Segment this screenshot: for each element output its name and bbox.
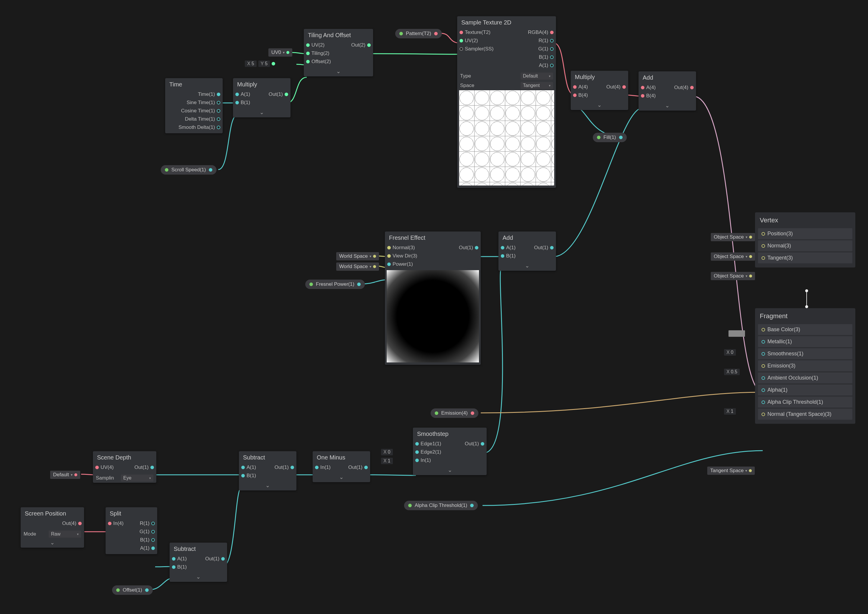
port-out-costime[interactable]: Cosine Time(1) bbox=[181, 108, 220, 114]
port-out-rgba[interactable]: RGBA(4) bbox=[528, 29, 553, 36]
port-out-a[interactable]: A(1) bbox=[140, 545, 155, 551]
select-type[interactable]: Default▾ bbox=[521, 73, 553, 80]
chevron-down-icon[interactable]: ⌄ bbox=[413, 466, 487, 475]
node-fresnel[interactable]: Fresnel Effect Normal(3) View Dir(3) Pow… bbox=[385, 231, 481, 365]
port-in-offset[interactable]: Offset(2) bbox=[306, 59, 331, 65]
port-out[interactable]: Out(1) bbox=[274, 465, 294, 470]
port-in-b[interactable]: B(4) bbox=[573, 92, 588, 98]
node-add-2[interactable]: Add A(1) B(1) Out(1) ⌄ bbox=[498, 231, 556, 271]
port-out-b[interactable]: B(1) bbox=[539, 54, 553, 60]
port-out-r[interactable]: R(1) bbox=[140, 521, 155, 526]
port-out[interactable]: Out(4) bbox=[606, 84, 626, 90]
fragment-emission[interactable]: Emission(3) bbox=[758, 360, 852, 371]
prop-worldspace-normal[interactable]: World Space ▾ bbox=[336, 252, 379, 260]
field-ao[interactable]: X1 bbox=[724, 408, 736, 415]
port-out-sinetime[interactable]: Sine Time(1) bbox=[187, 100, 220, 105]
field-tiling-x[interactable]: X5 bbox=[245, 60, 257, 67]
node-smoothstep[interactable]: Smoothstep Edge1(1) Edge2(1) In(1) Out(1… bbox=[413, 428, 487, 475]
node-sample-texture[interactable]: Sample Texture 2D Texture(T2) UV(2) Samp… bbox=[457, 16, 556, 188]
port-in-normal[interactable]: Normal(3) bbox=[387, 245, 415, 251]
port-in[interactable]: In(4) bbox=[108, 521, 124, 526]
node-multiply-2[interactable]: Multiply A(4) B(4) Out(4) ⌄ bbox=[571, 71, 628, 110]
port-in-tiling[interactable]: Tiling(2) bbox=[306, 50, 329, 56]
port-out-deltatime[interactable]: Delta Time(1) bbox=[185, 116, 220, 122]
port-out[interactable]: Out(1) bbox=[135, 465, 154, 470]
fragment-metallic[interactable]: Metallic(1) bbox=[758, 336, 852, 347]
port-out[interactable]: Out(4) bbox=[62, 521, 82, 526]
node-subtract-1[interactable]: Subtract A(1) B(1) Out(1) ⌄ bbox=[239, 451, 296, 490]
chip-emission[interactable]: Emission(4) bbox=[431, 408, 478, 418]
field-edge2[interactable]: X1 bbox=[381, 458, 393, 464]
fragment-alphaclip[interactable]: Alpha Clip Threshold(1) bbox=[758, 397, 852, 408]
vertex-tangent[interactable]: Tangent(3) bbox=[758, 253, 852, 264]
port-in-edge1[interactable]: Edge1(1) bbox=[415, 441, 441, 447]
port-in-a[interactable]: A(4) bbox=[641, 85, 656, 90]
port-in-b[interactable]: B(1) bbox=[501, 253, 516, 259]
chevron-down-icon[interactable]: ⌄ bbox=[170, 573, 227, 582]
port-in-a[interactable]: A(1) bbox=[241, 465, 256, 470]
port-in-b[interactable]: B(1) bbox=[172, 564, 187, 570]
select-mode[interactable]: Raw▾ bbox=[49, 530, 81, 538]
port-in-a[interactable]: A(1) bbox=[172, 556, 187, 562]
chevron-down-icon[interactable]: ⌄ bbox=[239, 482, 296, 490]
vertex-normal[interactable]: Normal(3) bbox=[758, 240, 852, 251]
field-smoothness[interactable]: X0.5 bbox=[724, 369, 740, 375]
port-out[interactable]: Out(1) bbox=[348, 465, 368, 470]
select-space[interactable]: Tangent▾ bbox=[521, 82, 553, 89]
chip-scroll-speed[interactable]: Scroll Speed(1) bbox=[161, 165, 217, 175]
port-in-b[interactable]: B(1) bbox=[236, 100, 250, 105]
port-in-sampler[interactable]: Sampler(SS) bbox=[459, 46, 493, 52]
chip-fresnel-power[interactable]: Fresnel Power(1) bbox=[305, 279, 365, 289]
node-one-minus[interactable]: One Minus In(1) Out(1) ⌄ bbox=[313, 451, 370, 482]
port-out-a[interactable]: A(1) bbox=[539, 62, 553, 68]
chevron-down-icon[interactable]: ⌄ bbox=[571, 101, 628, 110]
node-subtract-2[interactable]: Subtract A(1) B(1) Out(1) ⌄ bbox=[170, 543, 227, 582]
fragment-ao[interactable]: Ambient Occlusion(1) bbox=[758, 372, 852, 383]
port-in-uv[interactable]: UV(4) bbox=[95, 465, 113, 470]
port-out[interactable]: Out(1) bbox=[269, 91, 288, 97]
port-out-time[interactable]: Time(1) bbox=[198, 91, 220, 97]
select-sampling[interactable]: Eye▾ bbox=[121, 474, 153, 482]
port-in-b[interactable]: B(1) bbox=[241, 473, 256, 479]
node-time[interactable]: Time Time(1) Sine Time(1) Cosine Time(1)… bbox=[165, 78, 223, 133]
port-out[interactable]: Out(4) bbox=[674, 85, 694, 90]
port-out[interactable]: Out(1) bbox=[465, 441, 484, 447]
port-in-edge2[interactable]: Edge2(1) bbox=[415, 449, 441, 455]
port-out[interactable]: Out(2) bbox=[351, 42, 371, 48]
port-in-uv[interactable]: UV(2) bbox=[459, 38, 478, 43]
prop-default-uv[interactable]: Default ▾ bbox=[50, 471, 80, 479]
chevron-down-icon[interactable]: ⌄ bbox=[21, 539, 84, 547]
chip-offset[interactable]: Offset(1) bbox=[112, 585, 153, 595]
node-split[interactable]: Split In(4) R(1) G(1) B(1) A(1) bbox=[105, 507, 157, 554]
chevron-down-icon[interactable]: ⌄ bbox=[304, 68, 373, 76]
chevron-down-icon[interactable]: ⌄ bbox=[313, 473, 370, 482]
port-out[interactable]: Out(1) bbox=[534, 245, 553, 251]
fragment-basecolor[interactable]: Base Color(3) bbox=[758, 324, 852, 335]
shader-graph-canvas[interactable]: Time Time(1) Sine Time(1) Cosine Time(1)… bbox=[0, 0, 868, 614]
chip-fill[interactable]: Fill(1) bbox=[593, 133, 627, 142]
port-in-a[interactable]: A(4) bbox=[573, 84, 588, 90]
chevron-down-icon[interactable]: ⌄ bbox=[498, 262, 556, 271]
port-out-b[interactable]: B(1) bbox=[140, 537, 155, 543]
prop-uv0[interactable]: UV0 ▾ bbox=[268, 48, 292, 57]
port-in-b[interactable]: B(4) bbox=[641, 93, 656, 99]
port-in-a[interactable]: A(1) bbox=[501, 245, 516, 251]
prop-objspace-position[interactable]: Object Space▾ bbox=[711, 233, 755, 241]
node-screen-position[interactable]: Screen Position Out(4) Mode Raw▾ ⌄ bbox=[21, 507, 84, 547]
fragment-alpha[interactable]: Alpha(1) bbox=[758, 385, 852, 395]
port-in-viewdir[interactable]: View Dir(3) bbox=[387, 253, 417, 259]
port-out[interactable]: Out(1) bbox=[459, 245, 478, 251]
chip-pattern[interactable]: Pattern(T2) bbox=[395, 29, 442, 38]
node-scene-depth[interactable]: Scene Depth UV(4) Out(1) Samplin Eye▾ bbox=[93, 451, 156, 483]
port-out-smoothdelta[interactable]: Smooth Delta(1) bbox=[178, 124, 220, 130]
basecolor-swatch[interactable] bbox=[728, 330, 745, 337]
node-tiling-offset[interactable]: Tiling And Offset UV(2) Tiling(2) Offset… bbox=[304, 29, 373, 76]
stack-vertex[interactable]: Vertex Position(3) Normal(3) Tangent(3) bbox=[755, 212, 855, 267]
prop-worldspace-viewdir[interactable]: World Space ▾ bbox=[336, 262, 379, 271]
prop-tangentspace[interactable]: Tangent Space▾ bbox=[707, 467, 755, 475]
port-in-a[interactable]: A(1) bbox=[236, 91, 250, 97]
fragment-normal-ts[interactable]: Normal (Tangent Space)(3) bbox=[758, 409, 852, 420]
chevron-down-icon[interactable]: ⌄ bbox=[233, 109, 290, 117]
field-tiling-y[interactable]: Y5 bbox=[258, 60, 270, 67]
chip-alpha-clip-threshold[interactable]: Alpha Clip Threshold(1) bbox=[404, 501, 478, 510]
